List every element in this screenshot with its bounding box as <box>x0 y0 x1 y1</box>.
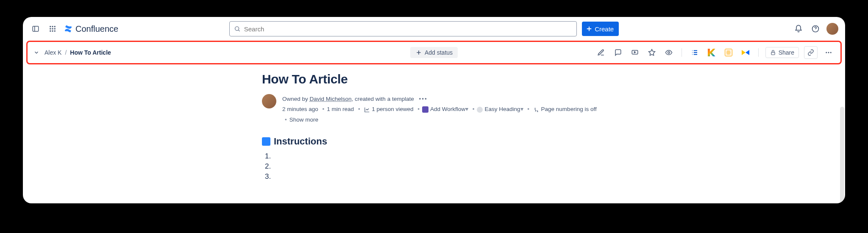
plus-icon <box>415 49 422 56</box>
template-label: , created with a template <box>352 96 414 102</box>
topbar-right <box>793 23 838 35</box>
breadcrumb-collapse-icon[interactable] <box>33 50 40 55</box>
byline: Owned by David Michelson, created with a… <box>282 94 597 125</box>
divider <box>682 48 682 57</box>
numbering-icon <box>534 107 540 113</box>
breadcrumb-space[interactable]: Alex K <box>45 49 61 56</box>
read-time: 1 min read <box>320 106 354 112</box>
breadcrumb-separator: / <box>65 49 67 56</box>
svg-rect-2 <box>52 26 53 27</box>
page-content: How To Article Owned by David Michelson,… <box>23 64 845 203</box>
app-tri-icon[interactable] <box>740 47 751 58</box>
add-workflow-button[interactable]: Add Workflow▾ <box>415 106 468 112</box>
easy-heading-button[interactable]: Easy Heading▾ <box>470 106 523 112</box>
help-icon[interactable] <box>810 23 821 35</box>
link-icon <box>807 49 814 56</box>
svg-rect-5 <box>52 28 53 30</box>
global-topbar: Confluence Create <box>23 17 845 41</box>
app-switcher-icon[interactable] <box>47 23 58 35</box>
app-k-icon[interactable] <box>706 47 718 58</box>
svg-rect-1 <box>50 26 51 27</box>
product-logo[interactable]: Confluence <box>64 24 118 34</box>
instructions-heading: Instructions <box>262 136 643 147</box>
owner-avatar[interactable] <box>262 94 276 108</box>
search-input[interactable] <box>244 25 572 33</box>
svg-rect-9 <box>54 31 56 32</box>
page-age: 2 minutes ago <box>282 106 318 112</box>
create-label: Create <box>595 25 614 33</box>
page-toolbar: Alex K / How To Article Add status <box>28 42 840 63</box>
byline-row: Owned by David Michelson, created with a… <box>262 94 643 125</box>
star-icon[interactable] <box>646 47 658 58</box>
svg-rect-0 <box>33 26 39 31</box>
sidebar-toggle-icon[interactable] <box>30 23 42 35</box>
global-search[interactable] <box>229 21 577 36</box>
svg-point-13 <box>668 52 670 54</box>
comment-icon[interactable] <box>612 47 624 58</box>
edit-icon[interactable] <box>595 47 607 58</box>
owner-link[interactable]: David Michelson <box>310 96 352 102</box>
notifications-icon[interactable] <box>793 23 804 35</box>
app-window: Confluence Create Alex K <box>23 17 845 203</box>
instructions-list <box>273 152 643 181</box>
share-button[interactable]: Share <box>765 47 799 58</box>
confluence-icon <box>64 24 73 33</box>
svg-rect-6 <box>54 28 56 30</box>
list-item[interactable] <box>273 172 643 181</box>
watch-icon[interactable] <box>663 47 675 58</box>
app-image-icon[interactable] <box>723 47 734 58</box>
breadcrumb-current: How To Article <box>70 49 111 56</box>
document: How To Article Owned by David Michelson,… <box>262 72 643 181</box>
svg-rect-14 <box>771 52 775 55</box>
search-icon <box>234 25 241 32</box>
svg-rect-8 <box>52 31 53 32</box>
svg-rect-4 <box>50 28 51 30</box>
add-status-button[interactable]: Add status <box>410 47 458 58</box>
breadcrumb: Alex K / How To Article <box>45 49 111 56</box>
divider <box>758 48 759 57</box>
page-toolbar-highlight: Alex K / How To Article Add status <box>26 41 842 64</box>
add-status-label: Add status <box>425 49 453 56</box>
more-actions-icon[interactable] <box>823 47 835 58</box>
viewers-group[interactable]: 1 person viewed <box>356 106 415 112</box>
scrollbar[interactable] <box>840 107 844 203</box>
plus-icon <box>585 25 593 33</box>
page-actions: Share <box>595 46 835 59</box>
list-item[interactable] <box>273 162 643 171</box>
show-more-button[interactable]: Show more <box>282 116 318 123</box>
present-icon[interactable] <box>629 47 641 58</box>
product-name: Confluence <box>75 24 118 34</box>
svg-rect-3 <box>54 26 56 27</box>
lock-icon <box>770 50 776 55</box>
instructions-label: Instructions <box>274 136 327 147</box>
svg-point-17 <box>830 52 832 53</box>
easy-heading-icon <box>477 107 483 113</box>
svg-rect-7 <box>50 31 51 32</box>
svg-point-16 <box>828 52 829 53</box>
svg-point-15 <box>826 52 827 53</box>
list-item[interactable] <box>273 152 643 161</box>
share-label: Share <box>779 49 794 56</box>
workflow-badge-icon <box>422 106 428 113</box>
analytics-icon <box>364 107 370 113</box>
instructions-icon <box>262 137 270 146</box>
user-avatar[interactable] <box>826 23 838 35</box>
list-icon[interactable] <box>689 47 701 58</box>
owned-by-label: Owned by <box>282 96 310 102</box>
byline-more-icon[interactable]: ••• <box>419 96 427 102</box>
copy-link-button[interactable] <box>804 46 818 59</box>
create-button[interactable]: Create <box>582 22 619 36</box>
page-title: How To Article <box>262 72 643 86</box>
svg-point-10 <box>235 27 239 31</box>
page-numbering-button[interactable]: Page numbering is off <box>525 106 596 112</box>
